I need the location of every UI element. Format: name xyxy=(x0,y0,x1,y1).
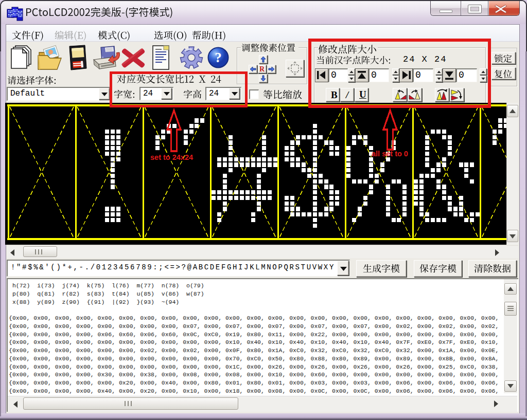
svg-text:?: ? xyxy=(215,50,222,65)
svg-text:set to 24x24: set to 24x24 xyxy=(150,153,193,161)
svg-text:all set to 0: all set to 0 xyxy=(372,150,408,158)
